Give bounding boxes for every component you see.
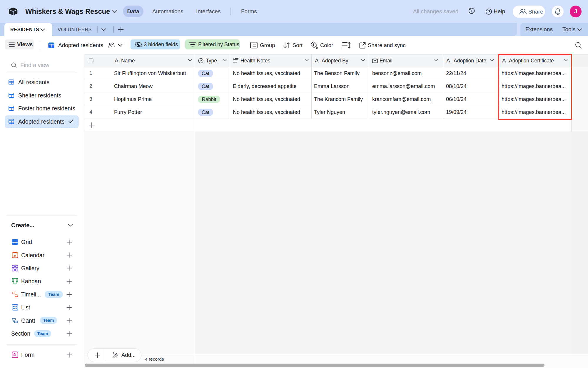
svg-text:31: 31 (14, 255, 16, 258)
